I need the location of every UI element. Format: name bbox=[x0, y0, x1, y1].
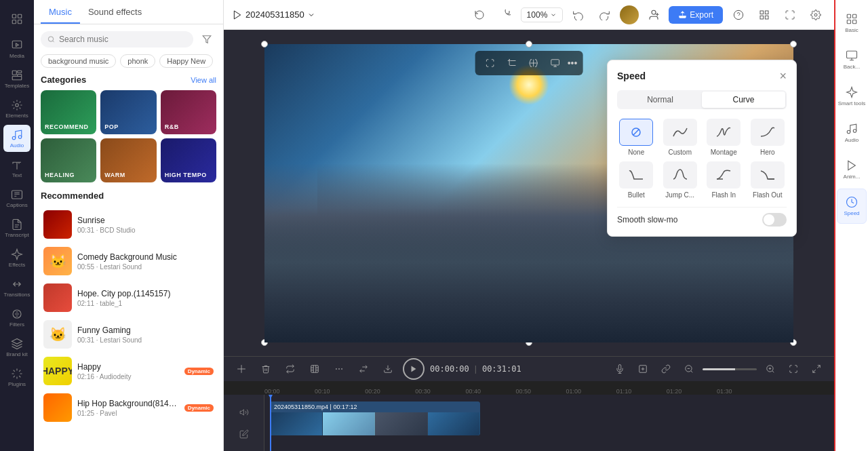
speed-option-none[interactable]: None bbox=[617, 119, 656, 156]
track-comedy-thumb: 🐱 bbox=[43, 247, 72, 275]
clip-thumbnails bbox=[270, 412, 480, 435]
user-add-btn[interactable] bbox=[644, 5, 663, 24]
filter-button[interactable] bbox=[197, 30, 216, 49]
flip-button[interactable] bbox=[524, 54, 543, 73]
track-comedy[interactable]: 🐱 Comedy Background Music 00:55 · Lestar… bbox=[41, 243, 216, 279]
category-recommend[interactable]: RECOMMEND bbox=[41, 90, 96, 134]
captions-nav-icon[interactable]: Captions bbox=[3, 184, 31, 212]
category-high-tempo[interactable]: HIGH TEMPO bbox=[161, 138, 216, 182]
right-panel-animation[interactable]: Anim... bbox=[837, 152, 867, 187]
link-btn[interactable] bbox=[656, 359, 675, 378]
track-happy[interactable]: HAPPY Happy 02:16 · Audiodeity Dynamic bbox=[41, 353, 216, 389]
effects-nav-icon[interactable]: Effects bbox=[3, 244, 31, 271]
tag-background-music[interactable]: background music bbox=[41, 54, 116, 68]
transcript-nav-icon[interactable]: Transcript bbox=[3, 214, 31, 241]
fit-button[interactable] bbox=[481, 54, 500, 73]
search-input[interactable] bbox=[59, 35, 186, 44]
track-funny[interactable]: 🐱 Funny Gaming 00:31 · Lestari Sound bbox=[41, 316, 216, 353]
loop-btn[interactable] bbox=[281, 359, 300, 378]
rotate-right-btn[interactable] bbox=[495, 5, 515, 25]
rotate-left-btn[interactable] bbox=[469, 5, 490, 25]
category-rnb[interactable]: R&B bbox=[161, 90, 216, 134]
tag-phonk[interactable]: phonk bbox=[120, 54, 155, 68]
smooth-label: Smooth slow-mo bbox=[617, 215, 677, 224]
home-icon[interactable] bbox=[3, 5, 31, 33]
speed-tab-curve[interactable]: Curve bbox=[702, 92, 785, 108]
smooth-toggle[interactable] bbox=[762, 213, 787, 227]
track-happy-title: Happy bbox=[77, 362, 179, 372]
undo-btn[interactable] bbox=[568, 5, 589, 25]
ruler-mark-3: 00:30 bbox=[415, 388, 431, 395]
text-label: Text bbox=[12, 172, 22, 178]
mute-btn[interactable] bbox=[236, 404, 252, 420]
category-healing[interactable]: HEALING bbox=[41, 138, 96, 182]
speed-option-flash-out[interactable]: Flash Out bbox=[749, 161, 787, 199]
track-controls bbox=[224, 395, 264, 451]
templates-nav-icon[interactable]: Templates bbox=[3, 65, 31, 92]
delete-btn[interactable] bbox=[256, 359, 275, 378]
canvas-more[interactable]: ••• bbox=[568, 58, 578, 68]
plugins-label: Plugins bbox=[8, 381, 26, 387]
pencil-btn[interactable] bbox=[236, 426, 252, 442]
speed-option-jump[interactable]: Jump C... bbox=[661, 161, 700, 199]
speed-option-bullet[interactable]: Bullet bbox=[617, 161, 656, 199]
filters-nav-icon[interactable]: Filters bbox=[3, 304, 31, 331]
category-warm[interactable]: WARM bbox=[100, 138, 156, 182]
help-btn[interactable] bbox=[728, 5, 749, 25]
track-sunrise[interactable]: Sunrise 00:31 · BCD Studio bbox=[41, 206, 216, 243]
chevron-down-small-icon bbox=[550, 12, 557, 18]
track-hiphop[interactable]: Hip Hop Background(814204) 01:25 · Pavel… bbox=[41, 389, 216, 426]
text-nav-icon[interactable]: Text bbox=[3, 155, 31, 182]
category-pop[interactable]: POP bbox=[100, 90, 156, 134]
expand-btn[interactable] bbox=[807, 359, 826, 378]
speed-option-flash-in[interactable]: Flash In bbox=[705, 161, 743, 199]
mic-btn[interactable] bbox=[610, 359, 629, 378]
zoom-control[interactable]: 100% bbox=[521, 7, 564, 22]
right-panel-background[interactable]: Back... bbox=[837, 42, 867, 77]
tab-sound-effects[interactable]: Sound effects bbox=[80, 0, 150, 24]
speed-option-montage[interactable]: Montage bbox=[705, 119, 743, 156]
svg-rect-1 bbox=[18, 14, 22, 18]
video-clip[interactable]: 202405311850.mp4 | 00:17:12 bbox=[270, 401, 480, 435]
elements-nav-icon[interactable]: Elements bbox=[3, 95, 31, 122]
crop-button[interactable] bbox=[502, 54, 521, 73]
settings-btn[interactable] bbox=[806, 5, 826, 25]
voice-btn[interactable] bbox=[633, 359, 652, 378]
zoom-in-btn[interactable] bbox=[761, 359, 780, 378]
search-wrap[interactable] bbox=[41, 31, 193, 47]
zoom-slider[interactable] bbox=[703, 368, 757, 370]
grid-btn[interactable] bbox=[754, 5, 774, 25]
speed-option-custom[interactable]: Custom bbox=[661, 119, 700, 156]
right-panel-smart-tools[interactable]: Smart tools bbox=[837, 79, 867, 114]
right-panel-speed[interactable]: Speed bbox=[837, 189, 867, 224]
more-btn[interactable] bbox=[330, 359, 349, 378]
effects-label: Effects bbox=[9, 262, 25, 268]
media-nav-icon[interactable]: Media bbox=[3, 35, 31, 62]
redo-btn[interactable] bbox=[594, 5, 614, 25]
fullscreen-btn[interactable] bbox=[780, 5, 800, 25]
audio-nav-icon[interactable]: Audio bbox=[3, 125, 31, 152]
right-panel-basic[interactable]: Basic bbox=[837, 5, 867, 41]
transitions-nav-icon[interactable]: Transitions bbox=[3, 274, 31, 301]
tab-music[interactable]: Music bbox=[41, 0, 80, 24]
speed-panel-close[interactable]: × bbox=[779, 70, 787, 82]
split-btn[interactable] bbox=[232, 359, 251, 378]
play-button[interactable] bbox=[403, 358, 425, 380]
flip-timeline-btn[interactable] bbox=[354, 359, 373, 378]
custom-speed-label: Custom bbox=[669, 149, 692, 156]
tag-happy-new[interactable]: Happy New bbox=[159, 54, 213, 68]
export-button[interactable]: Export bbox=[669, 6, 723, 24]
adjust-button[interactable] bbox=[546, 54, 565, 73]
right-panel-audio[interactable]: Audio bbox=[837, 115, 867, 151]
track-hope[interactable]: Hope. City pop.(1145157) 02:11 · table_1 bbox=[41, 279, 216, 316]
fullscreen-timeline-btn[interactable] bbox=[784, 359, 803, 378]
brand-kit-nav-icon[interactable]: Brand kit bbox=[3, 334, 31, 361]
speed-tab-normal[interactable]: Normal bbox=[618, 92, 702, 108]
plugins-nav-icon[interactable]: Plugins bbox=[3, 364, 31, 391]
zoom-out-btn[interactable] bbox=[679, 359, 698, 378]
download-btn[interactable] bbox=[378, 359, 397, 378]
project-name[interactable]: 202405311850 bbox=[232, 9, 315, 20]
speed-option-hero[interactable]: Hero bbox=[749, 119, 787, 156]
view-all-link[interactable]: View all bbox=[191, 76, 216, 84]
trim-btn[interactable] bbox=[305, 359, 324, 378]
